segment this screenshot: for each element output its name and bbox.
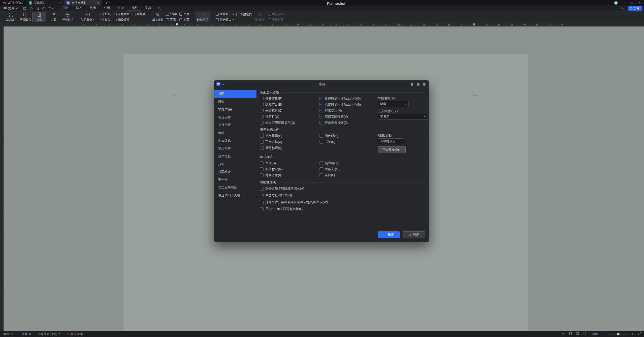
sidebar-item-general-save[interactable]: 常规与保存 <box>214 106 256 113</box>
tab-page[interactable]: 页面 <box>86 6 100 11</box>
table-gridlines-checkbox[interactable]: 表格虚框 <box>114 12 130 17</box>
checkbox-task-pane[interactable]: 任务窗格(R) <box>260 96 319 102</box>
fit-window-icon[interactable] <box>638 332 641 336</box>
tab-home[interactable]: 开始 <box>58 6 72 11</box>
zoom-slider-handle[interactable] <box>617 333 620 335</box>
sidebar-item-customize-ribbon[interactable]: 自定义功能区 <box>214 184 256 192</box>
right-indent-marker[interactable] <box>473 23 475 25</box>
checkbox-paragraph-marks[interactable]: 段落标记(M) <box>260 166 319 172</box>
print-preview-button[interactable] <box>35 6 41 11</box>
split-window-button[interactable]: 拆分窗口 <box>215 18 235 22</box>
file-menu-button[interactable]: 文件 <box>0 6 21 11</box>
tab-view[interactable]: 视图 <box>127 6 141 11</box>
checkbox-tab-characters[interactable]: 制表符(T) <box>319 160 378 166</box>
checkbox-text-boundaries[interactable]: 正文边框(X) <box>260 139 319 145</box>
nav-pane-dropdown[interactable]: 隐藏 <box>378 101 409 107</box>
sidebar-item-revisions[interactable]: 修订 <box>214 129 256 137</box>
notifications-button[interactable] <box>620 6 625 11</box>
checkbox-all-marks[interactable]: 全部(L) <box>319 172 378 178</box>
checkbox-hide-ribbon-doubleclick[interactable]: 双击选项卡时隐藏功能区(A) <box>260 185 425 192</box>
share-button[interactable]: 分享 <box>628 6 642 11</box>
checkbox-object-anchors[interactable]: 对象位置(I) <box>260 172 319 178</box>
print-button[interactable] <box>28 6 34 11</box>
close-window-button[interactable]: × <box>636 0 643 6</box>
chevron-down-icon[interactable] <box>45 8 47 9</box>
minimize-window-button[interactable]: − <box>621 0 628 6</box>
checkbox-highlight[interactable]: 突出显示(H) <box>260 133 319 139</box>
object-anchor-icon[interactable] <box>170 107 173 110</box>
checkbox-bookmarks[interactable]: 书签(K) <box>319 139 378 145</box>
sidebar-item-backup-settings[interactable]: 备份设置 <box>214 113 256 121</box>
maximize-window-button[interactable]: □ <box>629 0 635 6</box>
zoom-100-button[interactable]: 100% <box>165 12 178 17</box>
ok-button[interactable]: ✓确定 <box>378 231 400 238</box>
zoom-slider[interactable] <box>609 334 627 334</box>
tab-review[interactable]: 审阅 <box>114 6 127 11</box>
cancel-button[interactable]: ⊘取消 <box>403 231 425 238</box>
outline-view-button[interactable]: 大纲 <box>46 12 60 22</box>
checkbox-status-bar[interactable]: 状态栏(U) <box>260 114 319 120</box>
tab-document1[interactable]: 文字文稿1 × <box>64 0 102 6</box>
sidebar-item-quick-access-toolbar[interactable]: 快速访问工具栏 <box>214 192 256 199</box>
tab-insert[interactable]: 插入 <box>72 6 86 11</box>
fullscreen-toggle[interactable] <box>583 332 586 336</box>
markup-checkbox[interactable]: 标记 <box>101 17 111 22</box>
save-button[interactable] <box>22 6 27 11</box>
search-button[interactable] <box>157 6 162 11</box>
redo-button[interactable]: ↻ <box>48 6 54 11</box>
eye-protection-toggle[interactable] <box>562 332 565 336</box>
page-view-button[interactable]: 页面 <box>32 12 46 22</box>
word-count[interactable]: 字数: 0 <box>21 332 31 336</box>
indent-marker[interactable] <box>176 23 178 25</box>
missing-font-warning[interactable]: ⚠缺失字体 <box>67 332 83 336</box>
tab-workbook1[interactable]: 工作簿1 × <box>26 0 64 6</box>
tab-tools[interactable]: 工具 <box>141 6 155 11</box>
checkbox-field-codes[interactable]: 域代码(F) <box>319 133 378 139</box>
sidebar-item-chinese-layout[interactable]: 中文版式 <box>214 137 256 145</box>
undo-button[interactable]: ↺ <box>42 6 47 11</box>
sidebar-item-spell-check[interactable]: 拼写检查 <box>214 168 256 176</box>
checkbox-floating-toolbar-rightclick[interactable]: 右键时显示浮动工具栏(G) <box>319 102 378 108</box>
tab-reference[interactable]: 引用 <box>100 6 114 11</box>
new-tab-button[interactable]: + <box>104 0 109 5</box>
sidebar-item-print[interactable]: 打印 <box>214 160 256 168</box>
checkbox-crop-marks[interactable]: 裁剪标记(R) <box>260 145 319 151</box>
horizontal-ruler[interactable]: 8642123456789101112131415161718192021222… <box>4 23 644 26</box>
ruler-checkbox[interactable]: 标尺 <box>101 12 111 17</box>
web-layout-button[interactable]: Web版式 <box>60 12 75 22</box>
wps-home-button[interactable]: WPS Office <box>0 0 26 6</box>
navigation-pane-button[interactable]: 导航窗格 <box>80 12 95 22</box>
checkbox-hidden-text[interactable]: 隐藏文字(I) <box>319 166 378 172</box>
sidebar-item-pdf-output[interactable]: 输出PDF <box>214 145 256 152</box>
official-field-mark-dropdown[interactable]: 不显示 <box>378 114 428 120</box>
fullscreen-view-button[interactable]: 全屏显示 <box>4 12 18 22</box>
dialog-titlebar[interactable]: 选项 <box>214 80 429 88</box>
close-tab-icon[interactable]: × <box>97 1 99 5</box>
checkbox-ctrl-click-hyperlink[interactable]: 用Ctrl + 单击跟踪超链接(O) <box>260 206 425 212</box>
multi-page-button[interactable]: 多页 <box>178 18 190 22</box>
eye-protection-button[interactable]: 护眼模式 <box>196 12 210 22</box>
gridlines-checkbox[interactable]: 网格线 <box>133 12 146 17</box>
dialog-close-button[interactable] <box>423 83 426 86</box>
chevron-down-icon[interactable] <box>52 8 53 9</box>
checkbox-screen-tips[interactable]: 屏幕提示(N) <box>319 108 378 114</box>
read-mode-toggle[interactable] <box>576 332 579 336</box>
checkbox-click-box-to-check[interactable]: 单击方框时打勾(Q) <box>260 192 425 199</box>
zoom-scale-button[interactable]: 显示比例 <box>151 12 165 22</box>
sidebar-item-security[interactable]: 安全性 <box>214 176 256 184</box>
sidebar-item-file-locations[interactable]: 文件位置 <box>214 121 256 129</box>
user-avatar[interactable] <box>614 1 618 5</box>
read-mode-button[interactable]: 阅读版式 <box>18 12 32 22</box>
checkbox-floating-toolbar-selection[interactable]: 选择时显示浮动工具栏(D) <box>319 96 378 102</box>
sidebar-item-user-info[interactable]: 用户信息 <box>214 152 256 160</box>
checkbox-hide-whitespace[interactable]: 隐藏空白(B) <box>260 102 319 108</box>
new-tab-caret-icon[interactable]: ▾ <box>109 2 111 4</box>
close-tab-icon[interactable]: × <box>59 1 61 5</box>
font-substitution-button[interactable]: 字体替换(Q)... <box>378 146 406 153</box>
dialog-minimize-button[interactable] <box>411 83 413 86</box>
checkbox-header-footer-hint[interactable]: 进入页眉页脚提示(O) <box>260 120 319 126</box>
sidebar-item-view[interactable]: 视图 <box>214 90 256 98</box>
new-window-button[interactable]: 新建窗口 <box>235 12 253 17</box>
checkbox-classic-menu[interactable]: 经典菜单按钮(Z) <box>319 120 378 126</box>
zoom-percentage[interactable]: 200% <box>589 332 598 336</box>
